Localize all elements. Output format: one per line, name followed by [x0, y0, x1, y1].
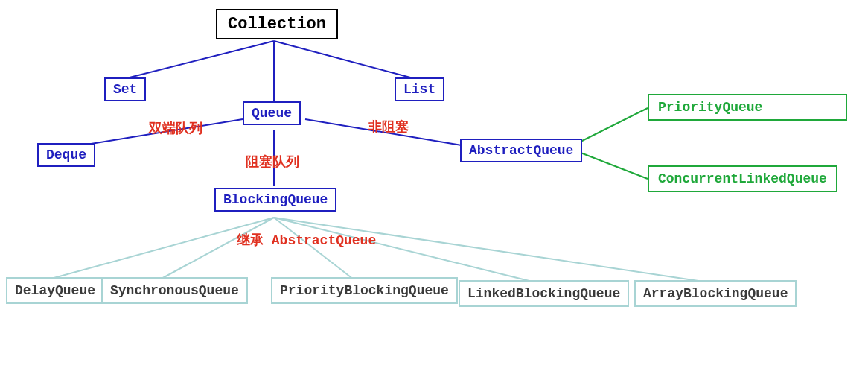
- node-collection: Collection: [216, 9, 338, 39]
- node-abstract-queue: AbstractQueue: [460, 139, 582, 162]
- note-blocking: 阻塞队列: [246, 153, 299, 171]
- svg-line-12: [274, 218, 703, 282]
- node-blocking-queue: BlockingQueue: [214, 188, 336, 212]
- node-set: Set: [104, 77, 146, 101]
- node-concurrent-linked-queue: ConcurrentLinkedQueue: [648, 165, 837, 192]
- note-double-ended: 双端队列: [149, 119, 202, 137]
- node-delay-queue: DelayQueue: [6, 277, 104, 304]
- svg-line-0: [127, 41, 274, 78]
- svg-line-11: [274, 218, 532, 282]
- node-deque: Deque: [37, 143, 95, 167]
- note-inherit: 继承 AbstractQueue: [237, 231, 376, 249]
- svg-line-6: [581, 108, 648, 142]
- node-array-blocking-queue: ArrayBlockingQueue: [634, 280, 797, 307]
- node-priority-blocking-queue: PriorityBlockingQueue: [271, 277, 458, 304]
- node-linked-blocking-queue: LinkedBlockingQueue: [459, 280, 629, 307]
- node-queue: Queue: [243, 101, 301, 125]
- node-priority-queue: PriorityQueue: [648, 94, 847, 121]
- node-synchronous-queue: SynchronousQueue: [101, 277, 248, 304]
- svg-line-7: [581, 153, 648, 179]
- node-list: List: [395, 77, 444, 101]
- svg-line-2: [274, 41, 413, 78]
- note-non-blocking: 非阻塞: [368, 118, 409, 136]
